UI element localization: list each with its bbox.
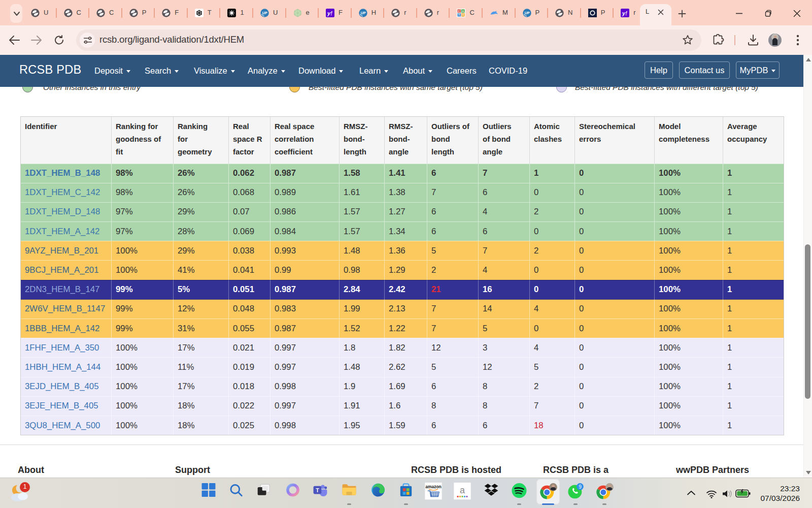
svg-text:T: T <box>316 487 319 493</box>
svg-text:UP: UP <box>360 11 365 15</box>
svg-text:y!: y! <box>622 10 627 16</box>
svg-text:C: C <box>458 10 460 13</box>
svg-text:9: 9 <box>579 484 582 490</box>
svg-text:y!: y! <box>327 10 332 16</box>
svg-text:A: A <box>462 10 464 13</box>
svg-text:UP: UP <box>524 11 529 15</box>
svg-text:UP: UP <box>262 11 267 15</box>
svg-text:H: H <box>462 13 464 16</box>
svg-text:amazon: amazon <box>425 484 442 489</box>
svg-text:a: a <box>460 485 465 495</box>
